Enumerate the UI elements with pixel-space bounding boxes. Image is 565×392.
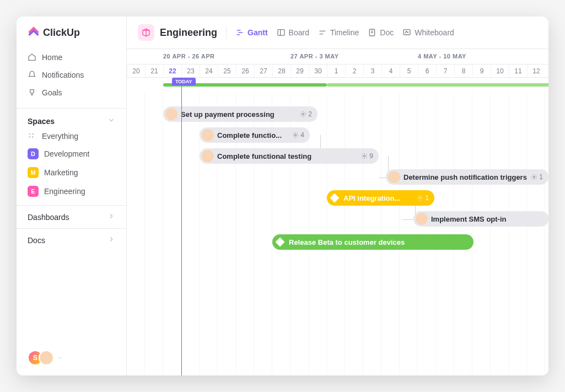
- whiteboard-icon: [402, 28, 411, 37]
- day-cell: 25: [218, 65, 236, 77]
- chevron-right-icon: [107, 235, 115, 245]
- task-name: Implement SMS opt-in: [431, 215, 543, 223]
- task-bar[interactable]: API integration...1: [327, 190, 434, 206]
- page-title: Engineering: [160, 27, 217, 39]
- spaces-title: Spaces: [28, 117, 55, 126]
- chevron-right-icon: [107, 212, 115, 222]
- sidebar-item-label: Development: [44, 149, 90, 158]
- day-cell: 27: [254, 65, 272, 77]
- gantt-chart-area: Set up payment processing2Complete funct…: [127, 92, 548, 375]
- view-tab-label: Timeline: [330, 28, 359, 37]
- gantt-icon: [235, 28, 244, 37]
- day-cell: 10: [491, 65, 509, 77]
- day-header-row: 2021222324252627282930123456789101112: [127, 65, 548, 78]
- separator: [226, 26, 227, 39]
- task-bar[interactable]: Complete functional testing9: [200, 148, 379, 164]
- view-tab-label: Whiteboard: [415, 28, 454, 37]
- task-name: Complete functio...: [217, 131, 289, 139]
- task-name: API integration...: [343, 194, 413, 202]
- sidebar-item-marketing[interactable]: M Marketing: [17, 163, 126, 182]
- page-title-block: Engineering: [138, 24, 217, 41]
- task-bar[interactable]: Set up payment processing2: [163, 106, 318, 122]
- week-label: 4 MAY - 10 MAY: [418, 53, 466, 60]
- svg-point-17: [364, 155, 365, 157]
- task-name: Release Beta to customer devices: [289, 238, 468, 246]
- view-tab-whiteboard[interactable]: Whiteboard: [402, 28, 454, 37]
- svg-point-19: [419, 197, 421, 199]
- sidebar-item-label: Engineering: [44, 187, 85, 196]
- sidebar-item-development[interactable]: D Development: [17, 144, 126, 163]
- day-cell: 5: [400, 65, 418, 77]
- sidebar-item-everything[interactable]: Everything: [17, 128, 126, 144]
- progress-segment: [327, 83, 548, 87]
- assignee-avatar: [416, 213, 428, 225]
- nav-goals[interactable]: Goals: [17, 84, 126, 101]
- day-cell: 9: [472, 65, 491, 77]
- svg-rect-7: [278, 30, 284, 36]
- day-cell: 20: [127, 65, 145, 77]
- sidebar: ClickUp Home Notifications Goals Spaces …: [17, 17, 127, 375]
- svg-point-18: [534, 176, 535, 178]
- task-bar[interactable]: Implement SMS opt-in: [413, 211, 548, 227]
- brand-logo[interactable]: ClickUp: [17, 17, 126, 46]
- task-bar[interactable]: Release Beta to customer devices: [272, 234, 473, 250]
- milestone-icon: [276, 238, 285, 247]
- svg-point-0: [29, 133, 31, 135]
- assignee-avatar: [165, 108, 177, 120]
- primary-nav: Home Notifications Goals: [17, 46, 126, 104]
- view-tab-label: Doc: [380, 28, 394, 37]
- svg-rect-14: [403, 30, 410, 35]
- user-avatars[interactable]: S: [17, 340, 126, 375]
- main-panel: Engineering Gantt Board Timeline Doc W: [127, 17, 548, 375]
- subtask-count: 1: [417, 194, 429, 202]
- sidebar-section-dashboards[interactable]: Dashboards: [17, 205, 126, 228]
- day-cell: 11: [509, 65, 527, 77]
- spaces-header[interactable]: Spaces: [17, 108, 126, 128]
- nav-notifications[interactable]: Notifications: [17, 66, 126, 84]
- assignee-avatar: [202, 150, 214, 162]
- chevron-down-icon: [57, 353, 63, 363]
- view-tab-timeline[interactable]: Timeline: [318, 28, 359, 37]
- gantt-timeline[interactable]: 20 APR - 26 APR 27 APR - 3 MAY 4 MAY - 1…: [127, 49, 548, 375]
- day-cell: 3: [363, 65, 381, 77]
- timeline-icon: [318, 28, 327, 37]
- view-tab-doc[interactable]: Doc: [368, 28, 394, 37]
- day-cell: 1: [327, 65, 345, 77]
- bell-icon: [28, 71, 36, 79]
- view-tab-gantt[interactable]: Gantt: [235, 28, 268, 37]
- nav-label: Goals: [42, 88, 62, 97]
- trophy-icon: [28, 88, 36, 97]
- space-icon: [138, 24, 154, 41]
- svg-point-2: [29, 136, 31, 138]
- view-tab-board[interactable]: Board: [277, 28, 309, 37]
- clickup-logo-icon: [28, 26, 40, 39]
- subtask-count: 2: [300, 110, 312, 118]
- milestone-icon: [330, 194, 340, 203]
- nav-home[interactable]: Home: [17, 49, 126, 66]
- sidebar-item-engineering[interactable]: E Engineering: [17, 182, 126, 201]
- home-icon: [28, 53, 36, 62]
- day-cell: 4: [381, 65, 400, 77]
- avatar: [39, 350, 54, 366]
- sidebar-item-label: Everything: [42, 132, 78, 141]
- day-cell: 21: [145, 65, 163, 77]
- sidebar-section-docs[interactable]: Docs: [17, 228, 126, 251]
- day-cell: 29: [290, 65, 309, 77]
- task-bar[interactable]: Complete functio...4: [200, 127, 310, 143]
- today-line: [181, 78, 182, 375]
- task-name: Set up payment processing: [181, 110, 297, 119]
- board-icon: [277, 28, 286, 37]
- week-label: 27 APR - 3 MAY: [290, 53, 339, 60]
- task-bar[interactable]: Determine push notification triggers1: [386, 169, 548, 185]
- day-cell: 7: [436, 65, 454, 77]
- week-label: 20 APR - 26 APR: [163, 53, 215, 60]
- topbar: Engineering Gantt Board Timeline Doc W: [127, 17, 548, 49]
- assignee-avatar: [202, 129, 214, 141]
- section-label: Docs: [28, 236, 45, 245]
- chevron-down-icon: [107, 116, 115, 126]
- day-cell: 26: [236, 65, 254, 77]
- app-window: ClickUp Home Notifications Goals Spaces …: [17, 17, 548, 375]
- svg-point-1: [32, 133, 34, 135]
- sidebar-item-label: Marketing: [44, 168, 78, 177]
- svg-point-16: [295, 135, 297, 136]
